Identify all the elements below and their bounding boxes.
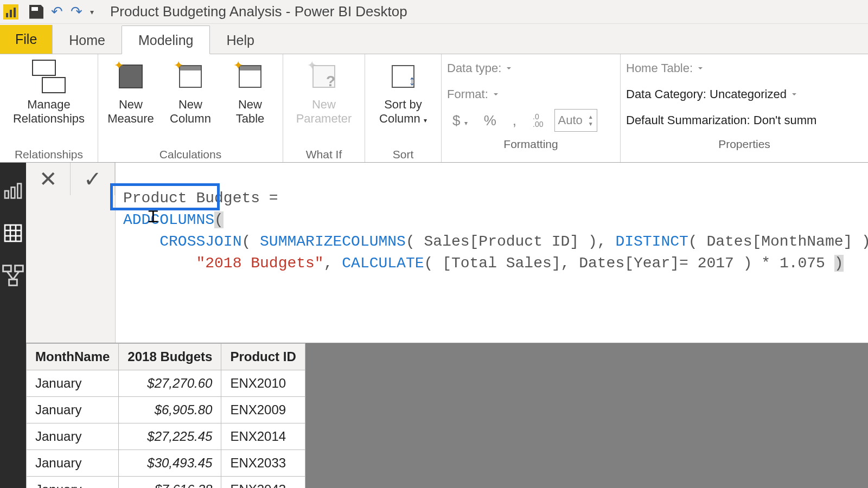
cell-product-id: ENX2014 <box>221 423 305 450</box>
spinner-arrows-icon: ▲▼ <box>588 114 593 127</box>
new-column-button[interactable]: ✦ New Column <box>163 57 218 126</box>
cell-monthname: January <box>27 370 119 397</box>
percent-button[interactable]: % <box>478 111 502 130</box>
new-measure-button[interactable]: ✦ New Measure <box>104 57 158 126</box>
quick-access-toolbar: ↶ ↷ ▾ <box>24 3 94 20</box>
col-monthname[interactable]: MonthName <box>27 344 119 370</box>
group-relationships: Manage Relationships Relationships <box>0 54 98 162</box>
formula-line2: ADDCOLUMNS( <box>123 211 224 228</box>
svg-rect-2 <box>17 184 21 198</box>
svg-line-12 <box>13 272 19 280</box>
number-format-row: $ ▾ % , .0 .00 Auto ▲▼ <box>447 110 597 131</box>
data-grid-wrap: MonthName 2018 Budgets Product ID Januar… <box>26 343 868 488</box>
cell-product-id: ENX2043 <box>221 477 305 489</box>
sort-by-column-button[interactable]: Sort by Column ▾ <box>371 57 436 126</box>
sort-icon <box>392 65 414 88</box>
group-label-calculations: Calculations <box>159 148 221 161</box>
svg-rect-8 <box>3 266 11 272</box>
group-sort: Sort by Column ▾ Sort <box>365 54 442 162</box>
default-summarization-row[interactable]: Default Summarization: Don't summ <box>626 110 816 131</box>
table-row[interactable]: January$7,616.38ENX2043 <box>27 477 305 489</box>
cell-monthname: January <box>27 397 119 423</box>
data-category-row[interactable]: Data Category: Uncategorized <box>626 84 796 105</box>
chevron-down-icon <box>507 67 511 72</box>
format-row[interactable]: Format: <box>447 84 498 105</box>
redo-icon[interactable]: ↷ <box>71 3 82 20</box>
svg-rect-10 <box>9 279 17 285</box>
svg-rect-1 <box>11 187 15 198</box>
spark-icon: ✦ <box>174 59 183 73</box>
group-label-relationships: Relationships <box>15 148 83 161</box>
currency-button[interactable]: $ ▾ <box>447 111 473 130</box>
svg-rect-9 <box>15 266 23 272</box>
group-label-properties: Properties <box>718 138 770 151</box>
check-icon: ✓ <box>84 166 102 191</box>
tab-modeling[interactable]: Modeling <box>122 25 210 54</box>
new-table-label: New Table <box>236 98 265 126</box>
chevron-down-icon <box>494 93 498 98</box>
home-table-row[interactable]: Home Table: <box>626 57 703 79</box>
data-type-label: Data type: <box>447 61 501 75</box>
nav-report-view[interactable] <box>0 178 26 204</box>
qat-dropdown-icon[interactable]: ▾ <box>90 8 94 16</box>
new-parameter-button[interactable]: ✦ New Parameter <box>289 57 359 126</box>
nav-rail <box>0 163 26 488</box>
group-formatting: Data type: Format: $ ▾ % , .0 .00 Auto ▲… <box>442 54 621 162</box>
report-icon <box>2 180 24 202</box>
group-whatif: ✦ New Parameter What If <box>283 54 365 162</box>
cell-monthname: January <box>27 477 119 489</box>
svg-rect-3 <box>5 225 21 241</box>
tab-file[interactable]: File <box>0 25 53 54</box>
sort-by-column-label: Sort by Column ▾ <box>379 98 427 126</box>
manage-relationships-button[interactable]: Manage Relationships <box>5 57 92 126</box>
formula-line1: Product Budgets = <box>123 190 287 207</box>
main-area: ✕ ✓ Product Budgets = ADDCOLUMNS( CROSSJ… <box>26 163 868 488</box>
table-row[interactable]: January$27,270.60ENX2010 <box>27 370 305 397</box>
cell-budget: $27,270.60 <box>119 370 221 397</box>
chevron-down-icon <box>698 67 703 72</box>
table-row[interactable]: January$30,493.45ENX2033 <box>27 450 305 477</box>
new-parameter-label: New Parameter <box>296 98 352 126</box>
group-calculations: ✦ New Measure ✦ New Column ✦ New Table C… <box>98 54 283 162</box>
home-table-label: Home Table: <box>626 61 693 75</box>
chevron-down-icon <box>792 93 796 98</box>
data-type-row[interactable]: Data type: <box>447 57 511 79</box>
new-table-button[interactable]: ✦ New Table <box>223 57 277 126</box>
formula-editor[interactable]: Product Budgets = ADDCOLUMNS( CROSSJOIN(… <box>116 163 868 343</box>
spark-icon: ✦ <box>233 59 243 73</box>
tab-help[interactable]: Help <box>210 26 270 54</box>
cell-monthname: January <box>27 450 119 477</box>
cell-product-id: ENX2010 <box>221 370 305 397</box>
formula-bar: ✕ ✓ Product Budgets = ADDCOLUMNS( CROSSJ… <box>26 163 868 343</box>
comma-button[interactable]: , <box>507 111 522 130</box>
data-icon <box>2 222 24 244</box>
cell-product-id: ENX2033 <box>221 450 305 477</box>
formula-cancel-button[interactable]: ✕ <box>26 163 71 195</box>
formula-commit-button[interactable]: ✓ <box>71 163 115 195</box>
decimal-auto-value: Auto <box>558 113 583 127</box>
nav-data-view[interactable] <box>0 220 26 246</box>
app-icon <box>3 4 18 20</box>
decimal-places-spinner[interactable]: Auto ▲▼ <box>554 109 597 132</box>
undo-icon[interactable]: ↶ <box>51 3 63 20</box>
cell-budget: $27,225.45 <box>119 423 221 450</box>
parameter-icon <box>312 65 335 88</box>
manage-relationships-label: Manage Relationships <box>13 98 85 126</box>
cell-budget: $6,905.80 <box>119 397 221 423</box>
formula-line4: "2018 Budgets", CALCULATE( [Total Sales]… <box>123 255 844 272</box>
col-product-id[interactable]: Product ID <box>221 344 305 370</box>
decimals-button[interactable]: .0 .00 <box>527 112 548 129</box>
table-row[interactable]: January$6,905.80ENX2009 <box>27 397 305 423</box>
nav-model-view[interactable] <box>0 262 26 288</box>
model-icon <box>1 264 25 287</box>
group-label-formatting: Formatting <box>503 138 558 151</box>
ribbon: Manage Relationships Relationships ✦ New… <box>0 54 868 163</box>
data-grid[interactable]: MonthName 2018 Budgets Product ID Januar… <box>26 343 305 488</box>
text-cursor-icon: Ꮖ <box>148 207 159 229</box>
tab-home[interactable]: Home <box>53 26 122 54</box>
table-row[interactable]: January$27,225.45ENX2014 <box>27 423 305 450</box>
save-icon[interactable] <box>29 5 43 19</box>
new-column-label: New Column <box>170 98 211 126</box>
cell-budget: $30,493.45 <box>119 450 221 477</box>
col-2018-budgets[interactable]: 2018 Budgets <box>119 344 221 370</box>
